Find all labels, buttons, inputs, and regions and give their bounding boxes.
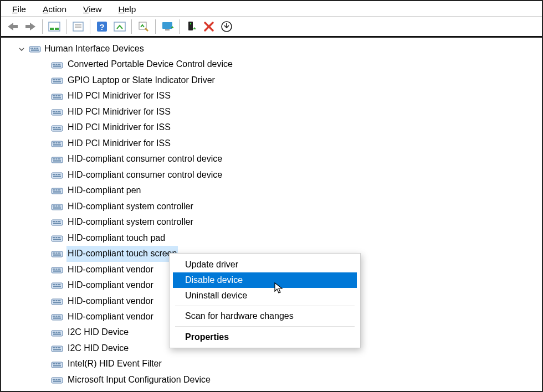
svg-rect-153 xyxy=(54,347,55,348)
svg-rect-73 xyxy=(53,160,61,161)
menu-view[interactable]: View xyxy=(81,3,104,16)
hid-device-icon xyxy=(51,60,63,70)
svg-rect-152 xyxy=(53,347,54,348)
device-label: Microsoft Input Configuration Device xyxy=(66,388,212,392)
svg-rect-14 xyxy=(165,29,170,30)
toolbar: ? xyxy=(1,17,542,38)
svg-rect-124 xyxy=(53,284,54,285)
scan-hardware-button[interactable] xyxy=(159,19,176,34)
svg-rect-29 xyxy=(58,64,59,65)
device-row[interactable]: HID-compliant touch pad xyxy=(51,230,542,246)
ctx-disable-device[interactable]: Disable device xyxy=(173,272,357,288)
ctx-update-driver[interactable]: Update driver xyxy=(173,257,357,272)
chevron-down-icon[interactable] xyxy=(18,45,25,53)
hid-device-icon xyxy=(51,296,63,306)
hid-device-icon xyxy=(51,154,63,164)
svg-rect-134 xyxy=(58,300,59,301)
svg-rect-107 xyxy=(59,237,60,238)
hid-device-icon xyxy=(51,217,63,227)
svg-rect-139 xyxy=(54,316,55,317)
menu-help[interactable]: Help xyxy=(116,3,138,16)
svg-rect-47 xyxy=(53,111,54,112)
svg-rect-27 xyxy=(54,64,55,65)
device-row[interactable]: HID-compliant consumer control device xyxy=(51,167,542,183)
ctx-properties[interactable]: Properties xyxy=(173,329,357,344)
svg-rect-4 xyxy=(55,28,59,30)
forward-button[interactable] xyxy=(22,19,39,34)
svg-rect-19 xyxy=(30,48,32,49)
svg-rect-123 xyxy=(52,283,63,288)
svg-rect-1 xyxy=(25,25,30,28)
back-button[interactable] xyxy=(4,19,21,34)
svg-rect-60 xyxy=(52,141,63,147)
device-row[interactable]: HID-compliant system controller xyxy=(51,214,542,230)
svg-rect-53 xyxy=(52,126,63,131)
device-label: GPIO Laptop or Slate Indicator Driver xyxy=(66,73,216,88)
svg-rect-98 xyxy=(56,221,57,222)
svg-rect-104 xyxy=(54,237,55,238)
svg-rect-78 xyxy=(58,174,59,175)
hid-device-icon xyxy=(51,328,63,338)
svg-rect-142 xyxy=(59,316,60,317)
menu-file[interactable]: File xyxy=(10,3,28,16)
svg-text:?: ? xyxy=(99,22,104,32)
disable-device-button[interactable] xyxy=(201,19,217,34)
svg-rect-11 xyxy=(114,22,125,31)
device-row[interactable]: HID PCI Minidriver for ISS xyxy=(51,104,542,120)
device-row[interactable]: GPIO Laptop or Slate Indicator Driver xyxy=(51,73,542,88)
svg-rect-105 xyxy=(56,237,57,238)
separator xyxy=(42,19,43,34)
device-row[interactable]: Microsoft Input Configuration Device xyxy=(51,372,542,388)
svg-rect-15 xyxy=(188,22,193,30)
svg-rect-68 xyxy=(53,158,54,159)
device-label: HID-compliant touch pad xyxy=(66,230,166,246)
svg-rect-143 xyxy=(53,318,61,319)
svg-rect-64 xyxy=(58,142,59,143)
show-hide-tree-button[interactable] xyxy=(46,19,63,34)
device-label: HID PCI Minidriver for ISS xyxy=(66,120,172,135)
device-row[interactable]: Microsoft Input Configuration Device xyxy=(51,388,542,392)
update-driver-button[interactable] xyxy=(135,19,152,34)
device-row[interactable]: HID PCI Minidriver for ISS xyxy=(51,136,542,151)
separator xyxy=(90,19,90,34)
hid-device-icon xyxy=(51,202,63,212)
device-row[interactable]: HID PCI Minidriver for ISS xyxy=(51,120,542,135)
ctx-scan-hardware[interactable]: Scan for hardware changes xyxy=(173,308,357,324)
help-button[interactable]: ? xyxy=(94,19,110,34)
svg-rect-102 xyxy=(52,236,63,241)
svg-rect-115 xyxy=(53,255,61,256)
svg-rect-67 xyxy=(52,157,63,163)
ctx-uninstall-device[interactable]: Uninstall device xyxy=(173,288,357,303)
svg-rect-96 xyxy=(53,221,54,222)
svg-rect-42 xyxy=(56,95,57,96)
svg-rect-133 xyxy=(56,300,57,301)
svg-rect-25 xyxy=(52,63,63,68)
device-row[interactable]: Converted Portable Device Control device xyxy=(51,56,542,72)
svg-rect-171 xyxy=(53,381,61,382)
device-row[interactable]: HID-compliant system controller xyxy=(51,199,542,214)
hid-device-icon xyxy=(51,280,63,290)
device-row[interactable]: HID-compliant consumer control device xyxy=(51,151,542,167)
device-row[interactable]: HID PCI Minidriver for ISS xyxy=(51,88,542,104)
enable-device-button[interactable] xyxy=(183,19,199,34)
svg-rect-168 xyxy=(56,379,57,380)
console-tree-button[interactable] xyxy=(111,19,128,34)
properties-button[interactable] xyxy=(70,19,86,34)
device-row[interactable]: HID-compliant pen xyxy=(51,183,542,198)
svg-rect-131 xyxy=(53,300,54,301)
device-label: HID-compliant consumer control device xyxy=(66,167,223,183)
svg-rect-30 xyxy=(59,64,60,65)
uninstall-device-button[interactable] xyxy=(218,19,235,34)
category-hid[interactable]: Human Interface Devices xyxy=(18,41,542,56)
menu-action[interactable]: Action xyxy=(40,3,69,16)
svg-rect-170 xyxy=(59,379,60,380)
svg-rect-59 xyxy=(53,128,61,130)
device-row[interactable]: Intel(R) HID Event Filter xyxy=(51,356,542,372)
svg-rect-106 xyxy=(58,237,59,238)
svg-rect-135 xyxy=(59,300,60,301)
svg-rect-80 xyxy=(53,176,61,177)
svg-rect-158 xyxy=(52,362,63,368)
svg-rect-44 xyxy=(59,95,60,96)
device-label: HID PCI Minidriver for ISS xyxy=(66,88,172,104)
device-label: Converted Portable Device Control device xyxy=(66,56,234,72)
